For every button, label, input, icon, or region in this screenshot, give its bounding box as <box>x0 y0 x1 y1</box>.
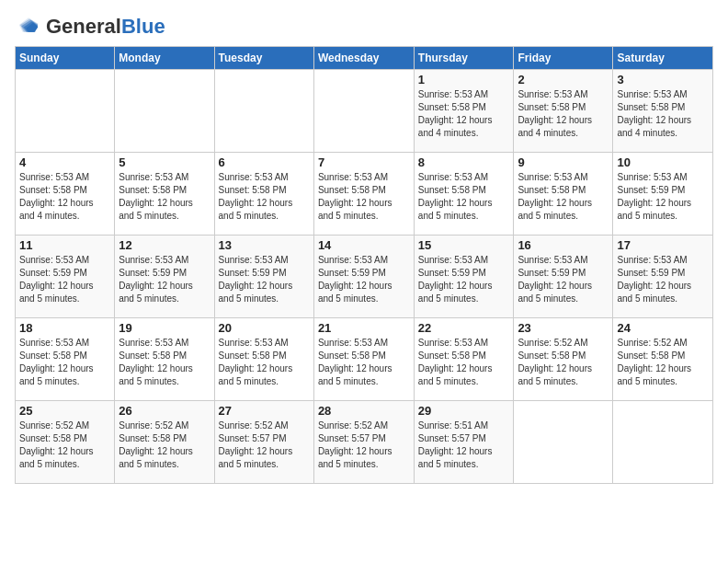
day-number: 2 <box>518 73 609 86</box>
calendar-cell <box>613 401 713 484</box>
day-number: 17 <box>617 238 709 252</box>
col-header-tuesday: Tuesday <box>214 47 313 70</box>
calendar-cell: 29Sunrise: 5:51 AMSunset: 5:57 PMDayligh… <box>414 401 514 484</box>
day-number: 28 <box>318 404 410 418</box>
day-number: 8 <box>418 155 510 169</box>
day-info: Sunrise: 5:53 AMSunset: 5:58 PMDaylight:… <box>318 337 410 388</box>
calendar-cell <box>115 70 214 153</box>
calendar-cell: 3Sunrise: 5:53 AMSunset: 5:58 PMDaylight… <box>613 70 713 153</box>
day-info: Sunrise: 5:53 AMSunset: 5:59 PMDaylight:… <box>617 171 709 223</box>
calendar-cell: 6Sunrise: 5:53 AMSunset: 5:58 PMDaylight… <box>214 153 313 236</box>
col-header-sunday: Sunday <box>16 47 115 70</box>
col-header-saturday: Saturday <box>613 47 713 70</box>
calendar-cell <box>16 70 115 153</box>
day-info: Sunrise: 5:52 AMSunset: 5:57 PMDaylight:… <box>219 419 310 471</box>
day-number: 22 <box>418 321 510 335</box>
calendar-cell: 8Sunrise: 5:53 AMSunset: 5:58 PMDaylight… <box>414 153 514 236</box>
day-info: Sunrise: 5:53 AMSunset: 5:59 PMDaylight:… <box>119 254 210 305</box>
day-info: Sunrise: 5:53 AMSunset: 5:59 PMDaylight:… <box>318 254 410 305</box>
day-number: 24 <box>617 321 709 335</box>
logo-blue: Blue <box>121 15 165 38</box>
day-info: Sunrise: 5:53 AMSunset: 5:58 PMDaylight:… <box>19 171 110 223</box>
calendar-header-row: SundayMondayTuesdayWednesdayThursdayFrid… <box>16 47 713 70</box>
col-header-monday: Monday <box>115 47 214 70</box>
day-number: 4 <box>19 155 110 169</box>
calendar-cell: 9Sunrise: 5:53 AMSunset: 5:58 PMDaylight… <box>514 153 613 236</box>
calendar-cell: 16Sunrise: 5:53 AMSunset: 5:59 PMDayligh… <box>514 236 613 318</box>
day-info: Sunrise: 5:52 AMSunset: 5:57 PMDaylight:… <box>318 419 410 471</box>
calendar-cell: 27Sunrise: 5:52 AMSunset: 5:57 PMDayligh… <box>214 401 313 484</box>
calendar-week-row: 1Sunrise: 5:53 AMSunset: 5:58 PMDaylight… <box>16 70 713 153</box>
day-number: 10 <box>617 155 709 169</box>
logo: GeneralBlue <box>15 15 165 39</box>
calendar-cell: 25Sunrise: 5:52 AMSunset: 5:58 PMDayligh… <box>16 401 115 484</box>
calendar-cell: 10Sunrise: 5:53 AMSunset: 5:59 PMDayligh… <box>613 153 713 236</box>
calendar-cell: 7Sunrise: 5:53 AMSunset: 5:58 PMDaylight… <box>313 153 414 236</box>
page-header: GeneralBlue <box>15 15 713 39</box>
calendar-cell: 22Sunrise: 5:53 AMSunset: 5:58 PMDayligh… <box>414 318 514 401</box>
day-info: Sunrise: 5:53 AMSunset: 5:58 PMDaylight:… <box>219 337 310 388</box>
day-info: Sunrise: 5:52 AMSunset: 5:58 PMDaylight:… <box>518 337 609 388</box>
calendar-cell <box>214 70 313 153</box>
col-header-friday: Friday <box>514 47 613 70</box>
day-number: 7 <box>318 155 410 169</box>
day-info: Sunrise: 5:53 AMSunset: 5:58 PMDaylight:… <box>119 337 210 388</box>
calendar-cell: 28Sunrise: 5:52 AMSunset: 5:57 PMDayligh… <box>313 401 414 484</box>
calendar-cell: 21Sunrise: 5:53 AMSunset: 5:58 PMDayligh… <box>313 318 414 401</box>
day-number: 15 <box>418 238 510 252</box>
calendar-cell: 23Sunrise: 5:52 AMSunset: 5:58 PMDayligh… <box>514 318 613 401</box>
calendar-table: SundayMondayTuesdayWednesdayThursdayFrid… <box>15 46 713 484</box>
day-info: Sunrise: 5:53 AMSunset: 5:58 PMDaylight:… <box>418 171 510 223</box>
day-info: Sunrise: 5:53 AMSunset: 5:58 PMDaylight:… <box>617 88 709 140</box>
day-number: 14 <box>318 238 410 252</box>
day-info: Sunrise: 5:53 AMSunset: 5:59 PMDaylight:… <box>617 254 709 305</box>
day-info: Sunrise: 5:52 AMSunset: 5:58 PMDaylight:… <box>119 419 210 471</box>
calendar-week-row: 4Sunrise: 5:53 AMSunset: 5:58 PMDaylight… <box>16 153 713 236</box>
day-info: Sunrise: 5:53 AMSunset: 5:58 PMDaylight:… <box>119 171 210 223</box>
calendar-cell: 4Sunrise: 5:53 AMSunset: 5:58 PMDaylight… <box>16 153 115 236</box>
day-number: 6 <box>219 155 310 169</box>
day-info: Sunrise: 5:53 AMSunset: 5:59 PMDaylight:… <box>418 254 510 305</box>
day-info: Sunrise: 5:52 AMSunset: 5:58 PMDaylight:… <box>19 419 110 471</box>
calendar-cell: 11Sunrise: 5:53 AMSunset: 5:59 PMDayligh… <box>16 236 115 318</box>
day-number: 16 <box>518 238 609 252</box>
calendar-cell: 26Sunrise: 5:52 AMSunset: 5:58 PMDayligh… <box>115 401 214 484</box>
calendar-cell: 18Sunrise: 5:53 AMSunset: 5:58 PMDayligh… <box>16 318 115 401</box>
calendar-cell: 13Sunrise: 5:53 AMSunset: 5:59 PMDayligh… <box>214 236 313 318</box>
day-info: Sunrise: 5:53 AMSunset: 5:59 PMDaylight:… <box>518 254 609 305</box>
col-header-wednesday: Wednesday <box>313 47 414 70</box>
calendar-cell: 5Sunrise: 5:53 AMSunset: 5:58 PMDaylight… <box>115 153 214 236</box>
col-header-thursday: Thursday <box>414 47 514 70</box>
day-number: 29 <box>418 404 510 418</box>
day-number: 12 <box>119 238 210 252</box>
day-number: 1 <box>418 73 510 86</box>
day-number: 20 <box>219 321 310 335</box>
day-number: 26 <box>119 404 210 418</box>
day-info: Sunrise: 5:53 AMSunset: 5:58 PMDaylight:… <box>219 171 310 223</box>
day-number: 19 <box>119 321 210 335</box>
day-number: 25 <box>19 404 110 418</box>
calendar-cell: 20Sunrise: 5:53 AMSunset: 5:58 PMDayligh… <box>214 318 313 401</box>
day-number: 27 <box>219 404 310 418</box>
calendar-cell: 2Sunrise: 5:53 AMSunset: 5:58 PMDaylight… <box>514 70 613 153</box>
day-number: 21 <box>318 321 410 335</box>
day-info: Sunrise: 5:53 AMSunset: 5:58 PMDaylight:… <box>418 337 510 388</box>
day-number: 9 <box>518 155 609 169</box>
day-info: Sunrise: 5:53 AMSunset: 5:58 PMDaylight:… <box>318 171 410 223</box>
calendar-cell: 24Sunrise: 5:52 AMSunset: 5:58 PMDayligh… <box>613 318 713 401</box>
calendar-cell: 14Sunrise: 5:53 AMSunset: 5:59 PMDayligh… <box>313 236 414 318</box>
day-info: Sunrise: 5:53 AMSunset: 5:59 PMDaylight:… <box>219 254 310 305</box>
calendar-cell: 15Sunrise: 5:53 AMSunset: 5:59 PMDayligh… <box>414 236 514 318</box>
generalblue-icon <box>15 17 42 33</box>
day-number: 23 <box>518 321 609 335</box>
calendar-week-row: 11Sunrise: 5:53 AMSunset: 5:59 PMDayligh… <box>16 236 713 318</box>
day-info: Sunrise: 5:53 AMSunset: 5:58 PMDaylight:… <box>19 337 110 388</box>
calendar-cell: 17Sunrise: 5:53 AMSunset: 5:59 PMDayligh… <box>613 236 713 318</box>
calendar-week-row: 18Sunrise: 5:53 AMSunset: 5:58 PMDayligh… <box>16 318 713 401</box>
day-number: 13 <box>219 238 310 252</box>
day-info: Sunrise: 5:53 AMSunset: 5:59 PMDaylight:… <box>19 254 110 305</box>
calendar-cell: 12Sunrise: 5:53 AMSunset: 5:59 PMDayligh… <box>115 236 214 318</box>
day-number: 11 <box>19 238 110 252</box>
calendar-cell: 19Sunrise: 5:53 AMSunset: 5:58 PMDayligh… <box>115 318 214 401</box>
day-info: Sunrise: 5:51 AMSunset: 5:57 PMDaylight:… <box>418 419 510 471</box>
